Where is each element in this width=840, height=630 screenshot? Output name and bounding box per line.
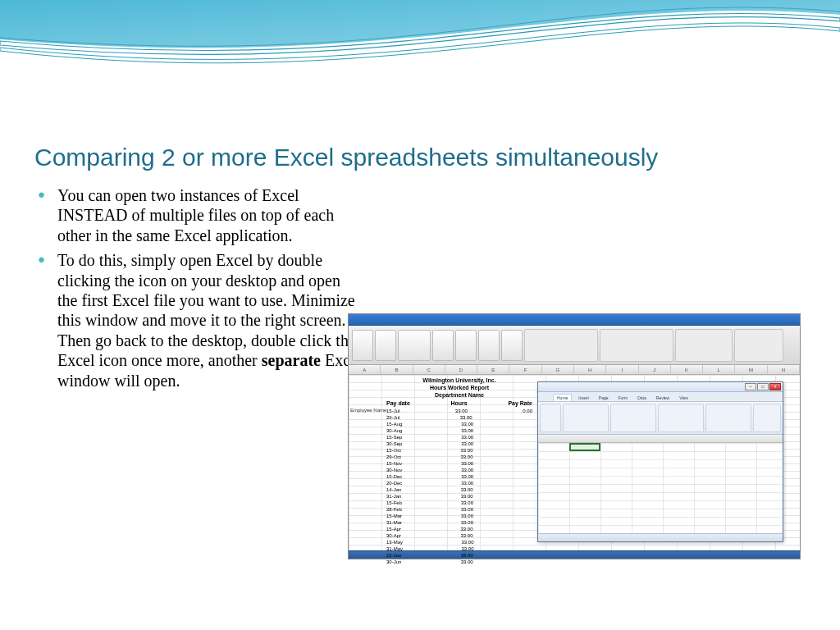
ribbon-tab: View [676,395,692,401]
outer-worksheet: Employee Name Wilmington University, Inc… [349,375,800,550]
report-row: 28-Feb33.00 [381,506,537,513]
report-row: 15-Mar33.00 [381,513,537,519]
ribbon-icon [501,330,523,361]
ribbon-group [734,329,783,362]
inner-column-headers [538,435,783,443]
report-row: 15-Dec33.00 [381,473,537,480]
header-swoosh [0,0,840,131]
report-row: 15-Feb33.00 [381,500,537,506]
selected-cell [569,443,600,451]
outer-window-titlebar [349,314,800,326]
ribbon-icon [375,330,396,361]
ribbon-icon [455,330,477,361]
report-row: 15-Apr33.00 [381,526,537,532]
report-row: 15-Oct33.00 [381,447,537,454]
report-row: 15-Nov33.00 [381,460,537,467]
inner-ribbon-tabs: HomeInsertPageFormDataReviewView [538,392,783,402]
report-row: 30-Nov33.00 [381,467,537,473]
maximize-icon: □ [757,383,769,390]
ribbon-icon [398,330,431,361]
bullet-2: To do this, simply open Excel by double … [34,250,363,390]
report-row: 29-Jul33.00 [381,414,537,421]
ribbon-tab: Form [615,395,632,401]
report-row: 15-Aug33.00 [381,421,537,427]
ribbon-icon [478,330,500,361]
report-row: 30-Sep33.00 [381,441,537,447]
report-row: 31-Jan33.00 [381,493,537,500]
outer-ribbon [349,326,800,365]
report-row: 15-Jul33.000.00 [381,408,537,414]
close-icon: × [769,383,781,390]
report-row: 30-Apr33.00 [381,532,537,539]
ribbon-group [675,329,733,362]
excel-screenshot: ABCD EFGH IJKL MN Employee Name Wilmingt… [348,313,801,559]
bullet-1: You can open two instances of Excel INST… [34,185,363,245]
outer-column-headers: ABCD EFGH IJKL MN [349,365,800,375]
report-row: 29-Oct33.00 [381,454,537,460]
report-row: 20-Dec33.00 [381,480,537,486]
ribbon-group [524,329,598,362]
bullet-content: You can open two instances of Excel INST… [34,185,363,395]
report-row: 13-May33.00 [381,539,537,546]
ribbon-tab: Page [596,395,612,401]
inner-worksheet [538,443,783,533]
ribbon-icon [352,330,373,361]
ribbon-tab: Insert [575,395,592,401]
ribbon-tab: Home [553,394,572,401]
report-row: 31-Mar33.00 [381,519,537,526]
inner-statusbar [538,533,783,541]
report-row: 14-Jan33.00 [381,486,537,493]
report-row: 15-Sep33.00 [381,434,537,441]
slide-title: Comparing 2 or more Excel spreadsheets s… [34,144,658,171]
ribbon-group [600,329,673,362]
inner-ribbon [538,402,783,435]
ribbon-tab: Data [634,395,650,401]
report-row: 30-Jun33.00 [381,559,537,565]
ribbon-tab: Review [653,395,673,401]
report-row: 31-May33.00 [381,546,537,552]
report-row: 30-Aug33.00 [381,427,537,434]
ribbon-icon [432,330,454,361]
inner-titlebar: – □ × [538,382,783,392]
report-block: Wilmington University, Inc. Hours Worked… [381,377,537,565]
inner-excel-window: – □ × HomeInsertPageFormDataReviewView [537,381,783,542]
report-row: 15-Jun33.00 [381,552,537,559]
minimize-icon: – [745,383,756,390]
